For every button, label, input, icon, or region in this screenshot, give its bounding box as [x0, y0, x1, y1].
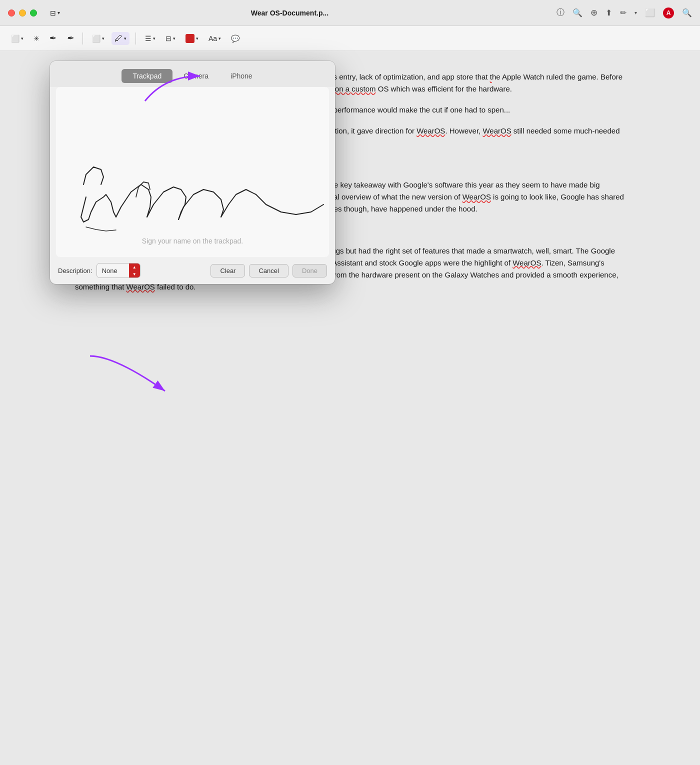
- shapes-button[interactable]: ⬜ ▾: [89, 32, 108, 44]
- calligraphy-icon: ✒: [66, 33, 74, 44]
- arrow-to-done-button: [75, 346, 185, 406]
- view-icon[interactable]: ⬜: [645, 8, 655, 18]
- dialog-actions: Clear Cancel Done: [210, 264, 327, 278]
- separator-1: [82, 32, 83, 44]
- document-title: Wear OS-Document.p...: [29, 9, 550, 17]
- info-icon[interactable]: ⓘ: [556, 8, 564, 18]
- color-dropdown: ▾: [196, 36, 198, 41]
- pen-tool-button[interactable]: ✒: [46, 31, 60, 46]
- zoom-in-icon[interactable]: ⊕: [590, 8, 598, 18]
- titlebar: ⊟ ▾ Wear OS-Document.p... ⓘ 🔍 ⊕ ⬆ ✏ ▾ ⬜ …: [0, 0, 700, 26]
- border-button[interactable]: ⊟ ▾: [162, 32, 178, 44]
- calligraphy-button[interactable]: ✒: [64, 31, 76, 46]
- pen-icon[interactable]: ✏: [620, 8, 626, 18]
- shapes-dropdown: ▾: [102, 36, 104, 41]
- share-icon[interactable]: ⬆: [606, 8, 612, 18]
- done-button[interactable]: Done: [292, 264, 327, 278]
- font-button[interactable]: Aa ▾: [206, 32, 224, 44]
- tab-iphone[interactable]: iPhone: [220, 69, 264, 83]
- titlebar-actions: ⓘ 🔍 ⊕ ⬆ ✏ ▾ ⬜ A 🔍: [556, 8, 692, 18]
- pen-dropdown-icon[interactable]: ▾: [634, 10, 637, 16]
- clear-button[interactable]: Clear: [210, 264, 245, 278]
- dialog-overlay: Trackpad Camera iPhone: [0, 51, 700, 765]
- cancel-button[interactable]: Cancel: [249, 264, 288, 278]
- font-dropdown: ▾: [218, 36, 221, 41]
- comment-icon: 💬: [231, 34, 240, 42]
- selection-dropdown: ▾: [21, 36, 24, 41]
- minimize-button[interactable]: [19, 10, 26, 16]
- spinner-down[interactable]: ▼: [129, 270, 140, 278]
- description-spinner[interactable]: ▲ ▼: [129, 264, 140, 278]
- annotate-icon[interactable]: A: [663, 8, 674, 18]
- signature-dropdown: ▾: [124, 36, 126, 41]
- close-button[interactable]: [8, 10, 15, 16]
- pen-icon: ✒: [50, 33, 56, 44]
- arrange-dropdown: ▾: [153, 36, 156, 41]
- border-icon: ⊟: [166, 34, 172, 42]
- signature-button[interactable]: 🖊 ▾: [112, 32, 130, 45]
- font-label: Aa: [208, 34, 217, 42]
- color-swatch: [186, 34, 194, 43]
- color-button[interactable]: ▾: [182, 32, 202, 45]
- signature-drawing: [56, 87, 329, 257]
- shapes-icon: ⬜: [92, 34, 100, 42]
- description-label: Description:: [58, 267, 92, 274]
- search-icon[interactable]: 🔍: [682, 8, 692, 18]
- dialog-tabs: Trackpad Camera iPhone: [50, 61, 335, 87]
- selection-tool-button[interactable]: ⬜ ▾: [8, 32, 26, 44]
- border-dropdown: ▾: [173, 36, 176, 41]
- description-value: None: [97, 265, 130, 276]
- description-select-wrapper[interactable]: None ▲ ▼: [96, 263, 140, 278]
- tab-camera[interactable]: Camera: [172, 69, 220, 83]
- separator-2: [136, 32, 136, 44]
- tab-trackpad[interactable]: Trackpad: [122, 69, 172, 83]
- main-content: Even though smartwatches have existed fo…: [0, 51, 700, 765]
- signature-canvas-area[interactable]: Sign your name on the trackpad.: [56, 87, 329, 257]
- smart-select-icon: ✳: [34, 34, 40, 42]
- toolbar: ⬜ ▾ ✳ ✒ ✒ ⬜ ▾ 🖊 ▾ ☰ ▾ ⊟ ▾ ▾ Aa ▾ 💬: [0, 26, 700, 51]
- zoom-out-icon[interactable]: 🔍: [572, 8, 582, 18]
- comment-button[interactable]: 💬: [228, 32, 242, 44]
- spinner-up[interactable]: ▲: [129, 264, 140, 270]
- dialog-footer: Description: None ▲ ▼ Clear Cancel Done: [50, 257, 335, 284]
- signature-dialog: Trackpad Camera iPhone: [50, 61, 335, 284]
- arrange-icon: ☰: [145, 34, 152, 42]
- arrange-button[interactable]: ☰ ▾: [142, 32, 158, 44]
- smart-select-button[interactable]: ✳: [30, 32, 42, 44]
- selection-icon: ⬜: [11, 34, 20, 42]
- signature-icon: 🖊: [114, 34, 122, 43]
